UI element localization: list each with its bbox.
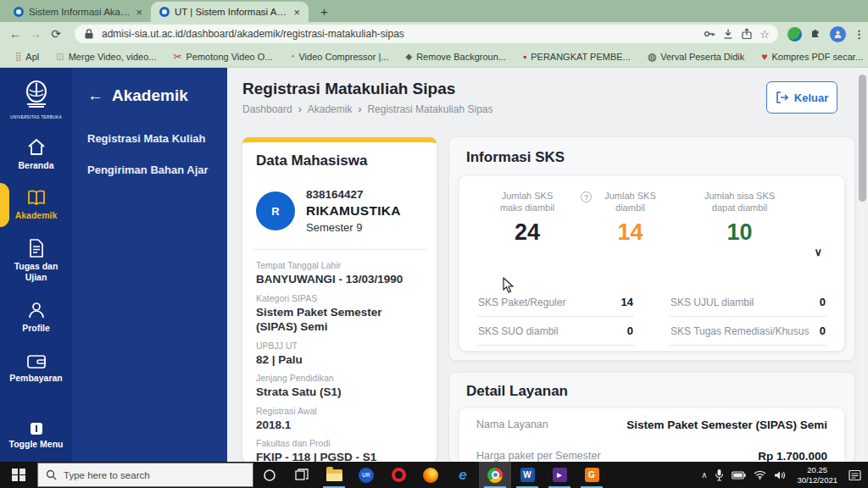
sidebar-item-label: Tugas dan Ujian: [11, 261, 62, 282]
chevron-down-icon[interactable]: ∨: [814, 246, 822, 258]
key-icon[interactable]: [704, 28, 715, 40]
sidebar-item-tugas-ujian[interactable]: Tugas dan Ujian: [11, 239, 62, 282]
tab-close-icon[interactable]: ×: [136, 6, 142, 19]
document-icon: [28, 239, 45, 258]
logout-button[interactable]: Keluar: [766, 81, 837, 114]
reload-icon[interactable]: ⟳: [46, 27, 66, 41]
bookmark-item[interactable]: ♥ Kompres PDF secar...: [754, 52, 868, 62]
sks-row-paket: SKS Paket/Reguler 14: [476, 288, 635, 317]
sks-row-label: SKS SUO diambil: [478, 325, 559, 337]
field-label: Jenjang Pendidikan: [256, 373, 423, 383]
search-placeholder: Type here to search: [64, 470, 150, 480]
sks-card: Informasi SKS Jumlah SKS maks diambil ? …: [449, 137, 854, 360]
taskbar-search[interactable]: Type here to search: [37, 463, 253, 487]
sidebar-item-akademik[interactable]: Akademik: [0, 190, 72, 221]
browser-profile-avatar[interactable]: [830, 26, 846, 42]
breadcrumb-item[interactable]: Dashboard: [242, 103, 292, 115]
word-button[interactable]: W: [511, 462, 543, 488]
field-label: UPBJJ UT: [256, 341, 423, 351]
bookmark-label: Verval Peserta Didik: [660, 52, 744, 62]
field-value: Sistem Paket Semester (SIPAS) Semi: [256, 305, 423, 335]
firefox-button[interactable]: [415, 462, 447, 488]
browser-menu-icon[interactable]: ⋮: [854, 28, 865, 41]
sks-row-value: 0: [820, 296, 826, 308]
forward-icon[interactable]: →: [25, 27, 46, 41]
back-icon[interactable]: ←: [5, 27, 25, 41]
download-icon[interactable]: [722, 28, 734, 40]
sidebar-item-pembayaran[interactable]: Pembayaran: [0, 352, 72, 384]
layanan-card: Detail Layanan Nama Layanan Sistem Paket…: [449, 373, 854, 462]
gom-player-button[interactable]: G: [576, 462, 608, 488]
sks-row-label: SKS UJUL diambil: [670, 297, 754, 308]
field-label: Kategori SIPAS: [256, 293, 423, 303]
stat-value: 24: [476, 219, 578, 246]
apps-shortcut[interactable]: ⣿ Apl: [8, 52, 46, 62]
page-scrollbar[interactable]: [859, 68, 866, 462]
breadcrumb-item[interactable]: Akademik: [308, 103, 353, 115]
brand-text: UNIVERSITAS TERBUKA: [10, 115, 62, 119]
layanan-panel: Nama Layanan Sistem Paket Semester (SIPA…: [459, 408, 844, 462]
chrome-button[interactable]: [479, 462, 511, 488]
divider: [253, 249, 426, 250]
address-bar[interactable]: admisi-sia.ut.ac.id/dashboard/akademik/r…: [75, 25, 778, 43]
media-player-button[interactable]: ▶: [543, 462, 576, 488]
tab-close-icon[interactable]: ×: [293, 6, 300, 19]
extensions-puzzle-icon[interactable]: [810, 26, 822, 42]
bookmark-item[interactable]: ✂ Pemotong Video O...: [166, 52, 279, 62]
bookmark-item[interactable]: ◫ Merge Video, video...: [49, 52, 163, 62]
notification-center-icon[interactable]: [849, 469, 861, 481]
file-explorer-icon: [326, 469, 342, 481]
sidebar-item-profile[interactable]: Profile: [0, 301, 72, 334]
bookmark-label: Video Compressor |...: [298, 52, 388, 62]
browser-toolbar: ← → ⟳ admisi-sia.ut.ac.id/dashboard/akad…: [0, 22, 868, 46]
ur-browser-button[interactable]: UR: [350, 462, 382, 488]
app-window: UNIVERSITAS TERBUKA Beranda Akademik Tug…: [0, 68, 868, 462]
stat-sks-diambil: Jumlah SKS diambil 14: [590, 190, 670, 246]
file-explorer-button[interactable]: [318, 462, 350, 488]
sks-row-ujul: SKS UJUL diambil 0: [669, 288, 827, 317]
sidebar-item-beranda[interactable]: Beranda: [0, 138, 72, 171]
book-icon: [25, 190, 47, 207]
layanan-title: Detail Layanan: [466, 383, 844, 400]
browser-tab-2-active[interactable]: UT | Sistem Informasi Akademik ×: [151, 2, 309, 22]
layanan-label: Nama Layanan: [476, 419, 548, 430]
bookmark-item[interactable]: ▪ PERANGKAT PEMBE...: [516, 52, 637, 62]
submenu-item-registrasi[interactable]: Registrasi Mata Kuliah: [87, 132, 212, 145]
share-icon[interactable]: [741, 28, 753, 40]
clock[interactable]: 20.25 30/12/2021: [793, 465, 841, 485]
browser-tab-1[interactable]: Sistem Informasi Akademik UT ×: [5, 2, 151, 22]
sks-row-value: 0: [820, 324, 826, 337]
battery-icon[interactable]: [732, 471, 746, 480]
breadcrumb-separator: ›: [358, 103, 361, 115]
bookmark-item[interactable]: ◆ Remove Backgroun...: [398, 52, 512, 62]
edge-button[interactable]: e: [447, 462, 479, 488]
layanan-value: Rp 1.700.000: [758, 450, 827, 462]
mouse-cursor: [503, 277, 515, 294]
toggle-menu-button[interactable]: Toggle Menu: [0, 422, 72, 450]
wifi-icon[interactable]: [754, 470, 766, 480]
student-semester: Semester 9: [306, 221, 401, 234]
opera-button[interactable]: [382, 462, 415, 488]
task-view-button[interactable]: [286, 462, 318, 488]
sks-row-suo: SKS SUO diambil 0: [476, 317, 635, 346]
bookmark-label: Apl: [25, 52, 39, 62]
word-icon: W: [520, 468, 535, 482]
browser-tabstrip: Sistem Informasi Akademik UT × UT | Sist…: [0, 0, 868, 22]
back-arrow-icon[interactable]: ←: [87, 86, 103, 105]
globe-icon: ◍: [648, 52, 656, 62]
breadcrumb: Dashboard › Akademik › Registrasi Mataku…: [242, 103, 492, 115]
bookmark-star-icon[interactable]: ☆: [760, 28, 770, 41]
submenu-item-pengiriman[interactable]: Pengiriman Bahan Ajar: [87, 164, 212, 176]
idm-extension-icon[interactable]: [787, 27, 802, 42]
start-button[interactable]: [0, 462, 37, 488]
speaker-icon[interactable]: [774, 470, 786, 480]
microphone-icon[interactable]: [715, 469, 724, 481]
bookmark-item[interactable]: ◔ Video Compressor |...: [282, 52, 395, 62]
bookmark-item[interactable]: ◍ Verval Peserta Didik: [641, 52, 752, 62]
scrollbar-thumb[interactable]: [859, 75, 866, 202]
cortana-button[interactable]: [253, 462, 286, 488]
new-tab-button[interactable]: +: [320, 4, 328, 19]
tray-expand-icon[interactable]: ∧: [701, 470, 707, 480]
stat-label: Jumlah SKS maks diambil: [476, 190, 578, 214]
perangkat-icon: ▪: [523, 52, 526, 62]
